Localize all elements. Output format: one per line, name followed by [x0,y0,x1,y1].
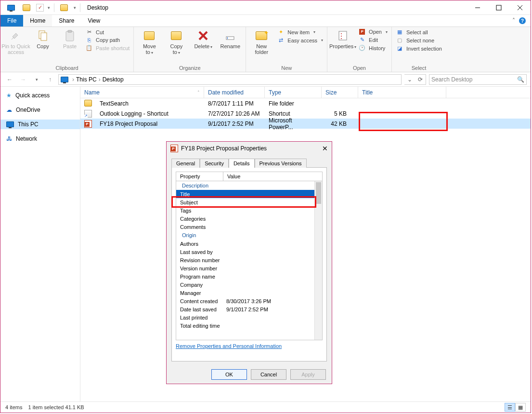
thumbnails-view-button[interactable]: ▦ [515,403,526,412]
up-button[interactable]: ↑ [45,74,55,85]
select-none-button[interactable]: ▢Select none [396,37,442,43]
svg-rect-12 [227,37,228,39]
copy-button[interactable]: Copy [31,29,54,49]
group-label: Select [412,64,427,71]
svg-rect-1 [496,5,501,10]
invert-selection-button[interactable]: ◪Invert selection [396,45,442,52]
tab-details[interactable]: Details [229,159,255,168]
open-button[interactable]: POpen▾ [358,29,388,35]
back-button[interactable]: ← [4,74,15,85]
paste-icon [63,29,77,42]
qat-dropdown-icon[interactable]: ▾ [74,5,76,10]
column-headers[interactable]: Name˄ Date modified Type Size Title [80,87,531,98]
minimize-button[interactable] [467,0,488,15]
apply-button[interactable]: Apply [290,369,326,380]
file-rows: TextSearch 8/7/2017 1:11 PM File folder … [80,98,531,129]
grid-rows[interactable]: Description Title Subject Tags Categorie… [176,181,322,340]
search-icon: 🔍 [517,76,524,83]
sidebar-item-onedrive[interactable]: ☁OneDrive [0,105,80,115]
help-icon[interactable]: ? [519,17,526,24]
file-row[interactable]: FY18 Project Proposal 9/1/2017 2:52 PM M… [80,119,531,129]
close-button[interactable]: ✕ [322,145,328,152]
new-folder-button[interactable]: ✦New folder [250,29,273,55]
select-all-button[interactable]: ▦Select all [396,29,442,35]
sidebar-item-quickaccess[interactable]: ★Quick access [0,91,80,100]
scrollbar[interactable] [314,181,322,340]
prop-row[interactable]: Last printed [176,313,322,321]
moveto-icon [143,29,156,42]
sidebar-item-network[interactable]: 🖧Network [0,134,80,144]
tab-general[interactable]: General [171,159,200,168]
prop-row[interactable]: Subject [176,198,322,206]
recent-dropdown[interactable]: ▾ [31,74,42,85]
close-button[interactable] [509,0,531,15]
prop-row[interactable]: Tags [176,206,322,214]
prop-row[interactable]: Version number [176,264,322,272]
tab-security[interactable]: Security [200,159,229,168]
rename-icon [223,29,237,42]
tab-file[interactable]: File [0,15,23,27]
refresh-button[interactable]: ⟳ [415,76,426,83]
ok-button[interactable]: OK [211,369,247,380]
file-row[interactable]: TextSearch 8/7/2017 1:11 PM File folder [80,98,531,108]
sidebar-item-thispc[interactable]: This PC [0,120,80,129]
paste-shortcut-button[interactable]: 📋Paste shortcut [85,45,130,51]
move-to-button[interactable]: Move to▾ [138,29,161,56]
paste-button[interactable]: Paste [58,29,81,49]
group-description: Description [176,181,322,190]
breadcrumb[interactable]: › This PC › Desktop [58,74,402,85]
delete-button[interactable]: Delete▾ [192,29,215,50]
prop-row[interactable]: Last saved by [176,248,322,256]
thispc-icon [5,5,17,11]
dialog-tabs: General Security Details Previous Versio… [167,158,332,167]
new-item-button[interactable]: ✦New item▾ [277,29,323,35]
pin-button[interactable]: Pin to Quick access [4,29,27,55]
dropdown-icon[interactable]: ⌄ [404,76,415,83]
history-button[interactable]: 🕑History [358,45,388,51]
powerpoint-icon [170,145,178,152]
navbar: ← → ▾ ↑ › This PC › Desktop ⌄ ⟳ Search D… [0,72,531,87]
breadcrumb-segment[interactable]: Desktop [103,76,124,83]
edit-button[interactable]: ✎Edit [358,37,388,43]
cut-icon: ✂ [85,29,93,35]
qat-check-icon[interactable]: ✓ [36,4,44,12]
folder-icon [84,100,92,107]
prop-row[interactable]: Program name [176,272,322,280]
forward-button[interactable]: → [18,74,28,85]
properties-button[interactable]: Properties▾ [331,29,354,50]
prop-row[interactable]: Categories [176,214,322,223]
cancel-button[interactable]: Cancel [251,369,286,380]
tab-previous-versions[interactable]: Previous Versions [255,159,307,168]
prop-row[interactable]: Company [176,280,322,289]
breadcrumb-segment[interactable]: This PC [76,76,97,83]
prop-row-title[interactable]: Title [176,190,322,198]
scrollbar-thumb[interactable] [316,182,321,204]
ribbon-help: ˄ ? [507,15,531,27]
prop-row[interactable]: Manager [176,289,322,297]
remove-properties-link[interactable]: Remove Properties and Personal Informati… [176,343,323,349]
sort-icon: ˄ [197,90,200,95]
grid-header: Property Value [176,172,322,181]
details-view-button[interactable]: ☰ [505,403,515,412]
tab-home[interactable]: Home [23,15,52,27]
prop-row[interactable]: Authors [176,240,322,248]
cut-button[interactable]: ✂Cut [85,29,130,35]
copy-path-button[interactable]: ⎘Copy path [85,37,130,43]
copy-to-button[interactable]: Copy to▾ [165,29,188,56]
prop-row[interactable]: Content created8/30/2017 3:26 PM [176,297,322,305]
qat-dropdown-icon[interactable]: ▾ [48,5,50,10]
tab-share[interactable]: Share [52,15,81,27]
prop-row[interactable]: Comments [176,223,322,231]
search-input[interactable]: Search Desktop 🔍 [429,74,527,85]
prop-row[interactable]: Date last saved9/1/2017 2:52 PM [176,305,322,313]
prop-row[interactable]: Revision number [176,256,322,264]
tab-view[interactable]: View [81,15,107,27]
maximize-button[interactable] [488,0,509,15]
prop-row[interactable]: Total editing time [176,321,322,330]
status-selected: 1 item selected 41.1 KB [28,404,84,410]
chevron-up-icon[interactable]: ˄ [512,17,515,24]
rename-button[interactable]: Rename [219,29,242,49]
easy-access-button[interactable]: ⇄Easy access▾ [277,37,323,43]
group-label: Clipboard [56,64,78,71]
copyto-icon [169,29,183,42]
